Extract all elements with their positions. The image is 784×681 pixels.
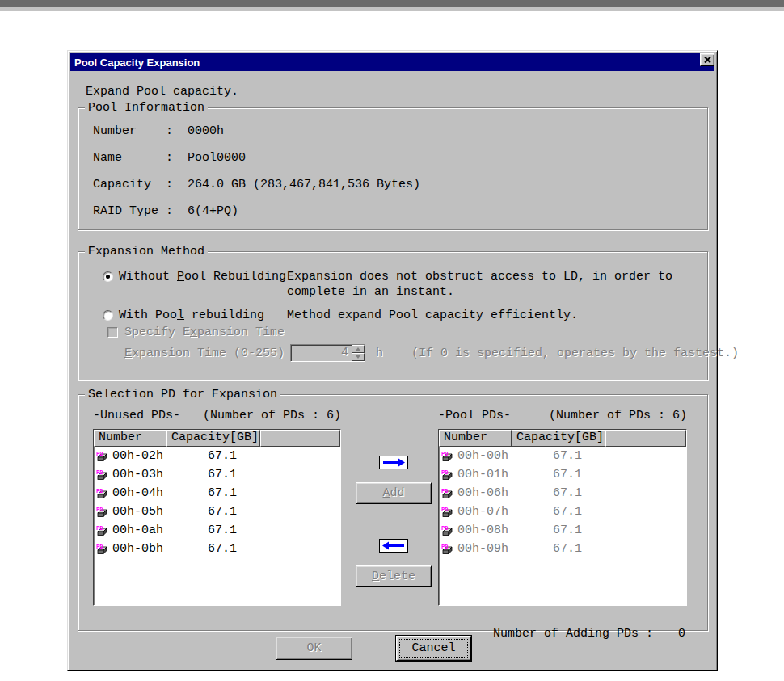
close-button[interactable] [700, 53, 714, 66]
pool-capacity-value: 264.0 GB (283,467,841,536 Bytes) [188, 178, 420, 191]
unused-pd-row[interactable]: PD00h-0bh67.1 [94, 540, 340, 558]
intro-text: Expand Pool capacity. [86, 85, 238, 99]
radio-with-label[interactable]: With Pool rebuilding [119, 309, 264, 322]
unused-pd-row[interactable]: PD00h-04h67.1 [94, 484, 340, 502]
cancel-button[interactable]: Cancel [396, 636, 471, 661]
pool-information-group: Pool Information Number:0000h Name:Pool0… [78, 107, 708, 230]
column-header-empty [605, 430, 686, 447]
delete-button[interactable]: Delete [356, 565, 432, 587]
time-unit-label: h [376, 347, 383, 360]
delete-direction-indicator [379, 539, 408, 553]
pd-icon: PD [95, 469, 109, 481]
pool-pds-count: (Number of PDs : 6) [549, 409, 687, 422]
column-header-empty [260, 430, 340, 447]
adding-pds-value: 0 [653, 627, 685, 641]
unused-pds-header: -Unused PDs- (Number of PDs : 6) [93, 409, 341, 422]
svg-text:PD: PD [96, 524, 103, 531]
pd-icon: PD [440, 506, 454, 519]
pool-pds-title: -Pool PDs- [438, 409, 511, 422]
background-top-bar-light [0, 7, 784, 11]
svg-text:PD: PD [441, 506, 448, 512]
svg-text:PD: PD [96, 543, 103, 549]
radio-without-pool-rebuilding[interactable] [103, 271, 113, 282]
column-header-number[interactable]: Number [94, 430, 166, 447]
specify-expansion-time-label: Specify Expansion Time [124, 326, 285, 339]
pool-name-label: Name [93, 151, 166, 165]
unused-table-header-row: Number Capacity[GB] [94, 430, 340, 447]
svg-text:PD: PD [441, 524, 448, 531]
pool-capacity-expansion-dialog: Pool Capacity Expansion Expand Pool capa… [67, 50, 718, 671]
expansion-method-group: Expansion Method Without Pool Rebuilding… [78, 251, 708, 380]
unused-pd-row[interactable]: PD00h-05h67.1 [94, 502, 340, 521]
pd-icon: PD [440, 487, 454, 500]
add-button[interactable]: Add [356, 482, 432, 504]
selection-pd-legend: Selection PD for Expansion [85, 388, 280, 401]
column-header-capacity[interactable]: Capacity[GB] [166, 430, 260, 447]
pool-number-label: Number [93, 124, 166, 138]
left-arrow-icon [381, 541, 406, 550]
up-arrow-icon [356, 347, 360, 351]
svg-text:PD: PD [96, 450, 103, 456]
number-of-adding-pds: Number of Adding PDs :0 [449, 613, 685, 654]
pool-pds-table[interactable]: Number Capacity[GB] PD00h-00h67.1 PD00h-… [438, 429, 687, 606]
unused-pd-row[interactable]: PD00h-03h67.1 [94, 465, 340, 484]
pool-pd-row: PD00h-09h67.1 [439, 540, 686, 558]
unused-pds-table[interactable]: Number Capacity[GB] PD00h-02h67.1 PD00h-… [93, 429, 341, 606]
specify-expansion-time-checkbox[interactable] [107, 327, 118, 338]
radio-without-label[interactable]: Without Pool Rebuilding [119, 270, 286, 284]
column-header-capacity[interactable]: Capacity[GB] [512, 430, 605, 447]
pool-pd-row: PD00h-00h67.1 [439, 447, 686, 465]
background-top-bar-dark [0, 0, 784, 7]
spinner-up-button[interactable] [352, 345, 365, 353]
svg-text:PD: PD [96, 506, 103, 512]
pd-icon: PD [95, 487, 109, 500]
expansion-method-legend: Expansion Method [85, 245, 208, 259]
pd-icon: PD [440, 450, 454, 463]
pool-pds-header: -Pool PDs- (Number of PDs : 6) [438, 409, 687, 422]
pd-icon: PD [95, 524, 109, 537]
without-description-line1: Expansion does not obstruct access to LD… [287, 270, 672, 284]
column-header-number[interactable]: Number [439, 430, 512, 447]
separator: : [166, 204, 188, 218]
down-arrow-icon [356, 355, 360, 359]
pd-icon: PD [440, 469, 454, 481]
svg-text:PD: PD [441, 450, 448, 456]
pool-number-row: Number:0000h [93, 124, 224, 138]
pd-icon: PD [95, 506, 109, 519]
unused-pd-row[interactable]: PD00h-0ah67.1 [94, 521, 340, 540]
pool-pd-row: PD00h-07h67.1 [439, 502, 686, 521]
dialog-title: Pool Capacity Expansion [74, 57, 200, 69]
ok-button[interactable]: OK [276, 637, 352, 660]
pool-raid-row: RAID Type:6(4+PQ) [93, 204, 238, 218]
expansion-time-spinner[interactable]: 4 [290, 344, 365, 362]
separator: : [166, 124, 188, 138]
separator: : [166, 178, 188, 191]
unused-pd-row[interactable]: PD00h-02h67.1 [94, 447, 340, 465]
adding-pds-label: Number of Adding PDs : [493, 627, 653, 641]
unused-pds-title: -Unused PDs- [93, 409, 180, 422]
svg-text:PD: PD [96, 487, 103, 494]
pool-name-value: Pool0000 [188, 151, 246, 165]
pool-capacity-row: Capacity:264.0 GB (283,467,841,536 Bytes… [93, 178, 420, 191]
pool-raid-label: RAID Type [93, 204, 166, 218]
pd-icon: PD [95, 543, 109, 556]
radio-selected-dot [106, 275, 110, 279]
pool-name-row: Name:Pool0000 [93, 151, 246, 165]
focus-rect [399, 639, 468, 658]
pool-pd-row: PD00h-06h67.1 [439, 484, 686, 502]
add-direction-indicator [379, 456, 408, 469]
without-description-line2: complete in an instant. [287, 285, 454, 299]
dialog-titlebar[interactable]: Pool Capacity Expansion [70, 53, 714, 71]
spinner-down-button[interactable] [352, 353, 365, 361]
pd-icon: PD [440, 543, 454, 556]
pd-icon: PD [95, 450, 109, 463]
time-note: (If 0 is specified, operates by the fast… [411, 347, 739, 360]
separator: : [166, 151, 188, 165]
pool-pd-row: PD00h-01h67.1 [439, 465, 686, 484]
right-arrow-icon [381, 458, 406, 467]
radio-with-pool-rebuilding[interactable] [103, 310, 113, 321]
svg-text:PD: PD [96, 469, 103, 475]
pool-number-value: 0000h [188, 124, 224, 138]
close-icon [704, 57, 711, 63]
pool-table-header-row: Number Capacity[GB] [439, 430, 686, 447]
